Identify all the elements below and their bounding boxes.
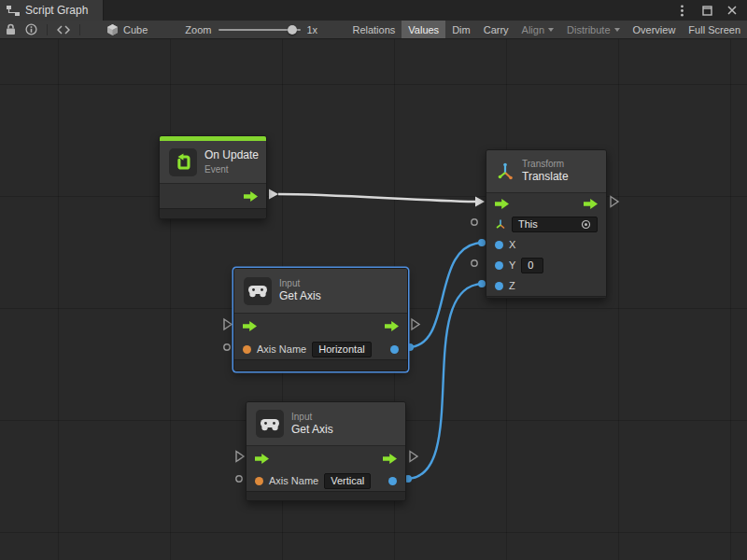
- node-header: Input Get Axis: [234, 269, 407, 314]
- graph-toolbar: Cube Zoom 1x Relations Values Dim Carry …: [0, 21, 747, 39]
- flow-input-port[interactable]: [495, 199, 509, 209]
- flow-port-row: [486, 193, 606, 214]
- result-output-port[interactable]: [390, 345, 399, 354]
- node-subtitle: Transform: [522, 158, 569, 170]
- close-icon[interactable]: [726, 4, 739, 17]
- zoom-value: 1x: [306, 24, 317, 35]
- this-port-row: This: [486, 214, 606, 234]
- z-input-port[interactable]: [495, 282, 503, 290]
- graph-canvas[interactable]: On Update Event Transform Translate: [0, 39, 747, 560]
- node-transform-translate[interactable]: Transform Translate This: [486, 149, 607, 299]
- node-subtitle: Input: [291, 411, 333, 423]
- flow-port-triangle-getaxis1-in[interactable]: [224, 319, 232, 329]
- flow-connection-arrow-in[interactable]: [475, 197, 485, 207]
- lock-icon[interactable]: [6, 23, 16, 35]
- node-header: Input Get Axis: [247, 402, 405, 446]
- toolbar-separator: [79, 24, 80, 35]
- flow-input-port[interactable]: [255, 454, 269, 464]
- value-port-circle-this[interactable]: [472, 219, 477, 225]
- flow-output-port[interactable]: [584, 199, 598, 209]
- axis-name-label: Axis Name: [257, 343, 306, 355]
- z-port-label: Z: [509, 280, 515, 291]
- flow-port-row: [247, 446, 405, 470]
- axis-name-input-port[interactable]: [255, 477, 263, 485]
- node-footer: [160, 208, 266, 218]
- this-object-field[interactable]: This: [512, 217, 598, 232]
- flow-port-triangle-getaxis2-in[interactable]: [236, 452, 244, 462]
- node-title: On Update: [204, 148, 259, 163]
- value-port-circle-getaxis1[interactable]: [224, 344, 230, 350]
- tab-title: Script Graph: [25, 4, 88, 17]
- axis-name-field[interactable]: Vertical: [324, 473, 371, 489]
- node-footer: [247, 491, 405, 500]
- flow-port-triangle-getaxis1-out[interactable]: [412, 319, 419, 329]
- full-screen-button[interactable]: Full Screen: [682, 21, 747, 38]
- align-dropdown-button[interactable]: Align: [515, 21, 560, 38]
- distribute-dropdown-button[interactable]: Distribute: [560, 21, 626, 38]
- info-icon[interactable]: [25, 23, 37, 35]
- button-label: Full Screen: [688, 24, 740, 35]
- x-input-port[interactable]: [495, 241, 503, 249]
- wire-endpoint-dot: [478, 280, 486, 287]
- flow-output-port[interactable]: [244, 191, 258, 202]
- maximize-icon[interactable]: [700, 4, 713, 17]
- axis-name-field[interactable]: Horizontal: [312, 342, 372, 357]
- flow-port-row: [234, 314, 407, 339]
- unity-script-graph-window: Script Graph: [0, 0, 747, 560]
- chevron-down-icon: [548, 28, 554, 32]
- code-icon[interactable]: [57, 25, 70, 35]
- this-object-value: This: [518, 218, 538, 231]
- axis-name-port-row: Axis Name Vertical: [247, 470, 405, 491]
- window-controls: [675, 0, 747, 21]
- wire-endpoint-dot: [478, 239, 486, 246]
- toolbar-buttons: Relations Values Dim Carry Align Distrib…: [345, 21, 747, 38]
- transform-mini-icon: [495, 218, 506, 230]
- flow-port-triangle-getaxis2-out[interactable]: [410, 452, 417, 462]
- button-label: Dim: [452, 24, 471, 35]
- y-port-label: Y: [509, 259, 515, 271]
- values-button[interactable]: Values: [402, 21, 445, 38]
- zoom-label: Zoom: [185, 24, 211, 35]
- dim-button[interactable]: Dim: [445, 21, 477, 38]
- result-output-port[interactable]: [388, 477, 397, 485]
- axis-name-label: Axis Name: [269, 475, 318, 486]
- flow-output-port[interactable]: [383, 454, 397, 464]
- cube-icon: [106, 23, 119, 36]
- axis-name-input-port[interactable]: [243, 345, 251, 354]
- node-get-axis-vertical[interactable]: Input Get Axis Axis Name Vertical: [246, 401, 406, 501]
- gamepad-icon: [256, 410, 284, 438]
- overview-button[interactable]: Overview: [627, 21, 683, 38]
- wire-onupdate-to-translate[interactable]: [278, 194, 475, 202]
- button-label: Align: [522, 24, 544, 35]
- target-object-button[interactable]: Cube: [106, 23, 148, 36]
- button-label: Distribute: [567, 24, 610, 35]
- zoom-slider[interactable]: [218, 24, 301, 35]
- y-input-port[interactable]: [495, 261, 503, 270]
- wire-vertical-to-z[interactable]: [406, 284, 484, 479]
- flow-port-row: [160, 184, 266, 208]
- kebab-menu-icon[interactable]: [675, 4, 688, 17]
- gamepad-icon: [244, 277, 272, 305]
- window-titlebar: Script Graph: [0, 0, 747, 21]
- x-port-row: X: [486, 234, 606, 255]
- chevron-down-icon: [614, 28, 620, 32]
- value-port-circle-y[interactable]: [472, 260, 477, 266]
- y-port-row: Y 0: [486, 255, 606, 275]
- relations-button[interactable]: Relations: [345, 21, 402, 38]
- node-on-update-event[interactable]: On Update Event: [159, 135, 267, 219]
- flow-input-port[interactable]: [243, 321, 257, 331]
- target-object-label: Cube: [123, 24, 148, 35]
- zoom-slider-knob[interactable]: [288, 25, 297, 35]
- target-picker-icon[interactable]: [581, 219, 591, 230]
- button-label: Relations: [352, 24, 395, 35]
- value-port-circle-getaxis2[interactable]: [236, 476, 242, 482]
- carry-button[interactable]: Carry: [477, 21, 515, 38]
- z-port-row: Z: [486, 275, 606, 296]
- button-label: Carry: [484, 24, 509, 35]
- tab-script-graph[interactable]: Script Graph: [0, 0, 104, 21]
- flow-port-triangle-translate-out[interactable]: [611, 197, 618, 207]
- y-value-field[interactable]: 0: [521, 258, 543, 273]
- node-get-axis-horizontal[interactable]: Input Get Axis Axis Name Horizontal: [233, 268, 408, 371]
- flow-connection-arrow-out[interactable]: [269, 189, 278, 200]
- flow-output-port[interactable]: [385, 321, 399, 331]
